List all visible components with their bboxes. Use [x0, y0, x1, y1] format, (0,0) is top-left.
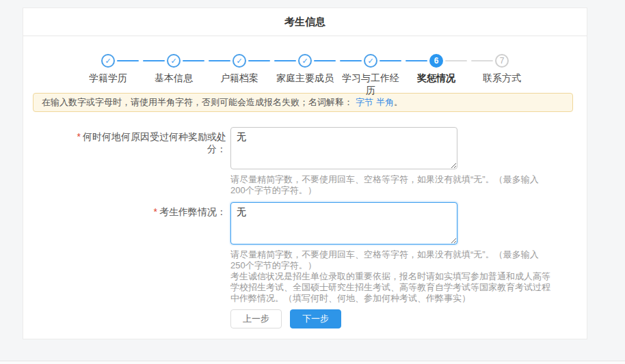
halfwidth-notice-bar: 在输入数字或字母时，请使用半角字符，否则可能会造成报名失败；名词解释：字节半角。 [33, 93, 573, 112]
step-connector [405, 60, 427, 61]
step-connector [471, 60, 493, 61]
step-label: 基本信息 [141, 72, 207, 84]
helper-line: 请尽量精简字数，不要使用回车、空格等字符，如果没有就填“无”。（最多输入 [230, 249, 587, 260]
step-jiben-xinxi[interactable]: ✓ 基本信息 [141, 54, 207, 84]
notice-suffix: 。 [394, 97, 403, 107]
helper-line: 考生诚信状况是招生单位录取的重要依据，报名时请如实填写参加普通和成人高等 [230, 271, 587, 282]
required-asterisk: * [77, 131, 81, 142]
step-active-circle: 6 [429, 54, 443, 68]
step-upcoming-circle: 7 [495, 54, 509, 68]
form-row-cheating: *考生作弊情况： 无 请尽量精简字数，不要使用回车、空格等字符，如果没有就填“无… [23, 202, 587, 304]
check-icon: ✓ [302, 57, 308, 66]
step-label: 奖惩情况 [403, 72, 469, 84]
page: 考生信息 ✓ 学籍学历 ✓ 基本信息 [0, 0, 625, 364]
page-title: 考生信息 [23, 8, 587, 36]
step-head: ✓ [338, 54, 403, 68]
step-done-circle: ✓ [364, 54, 377, 68]
step-connector [445, 60, 467, 61]
cheating-textarea[interactable]: 无 [230, 202, 457, 244]
check-icon: ✓ [367, 57, 373, 66]
step-connector [143, 60, 165, 61]
step-connector [117, 60, 139, 61]
step-jiating-chengyuan[interactable]: ✓ 家庭主要成员 [272, 54, 338, 84]
step-head: ✓ [141, 54, 207, 68]
next-step-button[interactable]: 下一步 [290, 309, 341, 328]
cheating-field-control: 无 请尽量精简字数，不要使用回车、空格等字符，如果没有就填“无”。（最多输入 2… [229, 202, 587, 304]
step-label: 家庭主要成员 [272, 72, 338, 84]
rewards-field-control: 无 请尽量精简字数，不要使用回车、空格等字符，如果没有就填“无”。（最多输入 2… [229, 127, 587, 196]
label-text: 何时何地何原因受过何种奖励或处分： [83, 131, 226, 154]
step-number: 6 [434, 56, 439, 66]
step-label: 户籍档案 [207, 72, 272, 84]
required-asterisk: * [154, 206, 157, 217]
form-row-rewards: *何时何地何原因受过何种奖励或处分： 无 请尽量精简字数，不要使用回车、空格等字… [23, 127, 587, 196]
steps-wrapper: ✓ 学籍学历 ✓ 基本信息 ✓ [23, 36, 587, 84]
step-xuexi-gongzuo-jingli[interactable]: ✓ 学习与工作经历 [338, 54, 403, 84]
cheating-field-label: *考生作弊情况： [23, 202, 229, 304]
helper-line: 请尽量精简字数，不要使用回车、空格等字符，如果没有就填“无”。（最多输入 [230, 174, 587, 185]
label-text: 考生作弊情况： [159, 206, 226, 217]
step-xueji-xueli[interactable]: ✓ 学籍学历 [75, 54, 141, 84]
step-connector [340, 60, 362, 61]
step-connector [380, 60, 401, 61]
step-connector [314, 60, 336, 61]
link-byte[interactable]: 字节 [356, 97, 373, 107]
step-done-circle: ✓ [232, 54, 246, 68]
prev-step-button[interactable]: 上一步 [230, 309, 282, 328]
step-head: ✓ [207, 54, 272, 68]
helper-line: 200个字节的字符。） [230, 185, 587, 196]
step-head: ✓ [75, 54, 141, 68]
wizard-buttons: 上一步 下一步 [23, 309, 587, 328]
check-icon: ✓ [170, 57, 176, 66]
helper-line: 学校招生考试、全国硕士研究生招生考试、高等教育自学考试等国家教育考试过程 [230, 282, 587, 293]
rewards-helper-text: 请尽量精简字数，不要使用回车、空格等字符，如果没有就填“无”。（最多输入 200… [230, 174, 587, 196]
link-halfwidth[interactable]: 半角 [376, 97, 394, 107]
step-connector [209, 60, 230, 61]
step-connector [248, 60, 270, 61]
rewards-punishments-form: *何时何地何原因受过何种奖励或处分： 无 请尽量精简字数，不要使用回车、空格等字… [23, 127, 587, 328]
step-wizard: ✓ 学籍学历 ✓ 基本信息 ✓ [75, 54, 535, 84]
step-head: 7 [469, 54, 535, 68]
notice-text: 在输入数字或字母时，请使用半角字符，否则可能会造成报名失败；名词解释： [42, 97, 353, 107]
helper-line: 250个字节的字符。） [230, 260, 587, 271]
candidate-info-card: 考生信息 ✓ 学籍学历 ✓ 基本信息 [23, 8, 587, 339]
step-head: 6 [403, 54, 469, 68]
rewards-textarea[interactable]: 无 [230, 127, 457, 169]
step-number: 7 [500, 56, 505, 66]
step-lianxi-fangshi[interactable]: 7 联系方式 [469, 54, 535, 84]
step-label: 联系方式 [469, 72, 535, 84]
cheating-helper-text: 请尽量精简字数，不要使用回车、空格等字符，如果没有就填“无”。（最多输入 250… [230, 249, 587, 304]
step-done-circle: ✓ [298, 54, 312, 68]
step-done-circle: ✓ [167, 54, 181, 68]
step-connector [183, 60, 204, 61]
step-huji-dangan[interactable]: ✓ 户籍档案 [207, 54, 272, 84]
check-icon: ✓ [236, 57, 242, 66]
step-label: 学籍学历 [75, 72, 141, 84]
step-connector [274, 60, 296, 61]
rewards-field-label: *何时何地何原因受过何种奖励或处分： [23, 127, 229, 196]
step-done-circle: ✓ [101, 54, 115, 68]
step-jiangcheng-qingkuang[interactable]: 6 奖惩情况 [403, 54, 469, 84]
check-icon: ✓ [105, 57, 111, 66]
footer-divider [0, 361, 625, 364]
step-head: ✓ [272, 54, 338, 68]
helper-line: 中作弊情况。（填写何时、何地、参加何种考试、作弊事实） [230, 293, 587, 304]
step-label: 学习与工作经历 [338, 72, 403, 84]
